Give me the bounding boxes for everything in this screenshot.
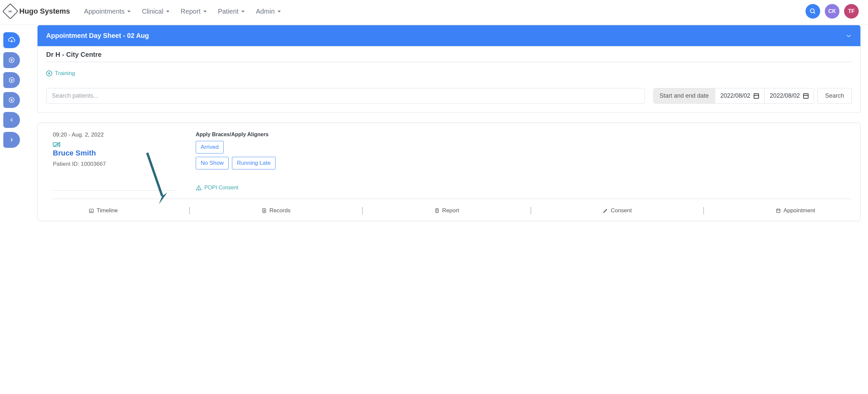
global-search-button[interactable] <box>806 4 820 19</box>
chevron-down-icon <box>241 11 245 12</box>
main: Appointment Day Sheet - 02 Aug Dr H - Ci… <box>23 25 868 229</box>
brand-logo-text: HS <box>9 10 12 12</box>
chevron-down-icon <box>166 11 169 12</box>
sidebar <box>0 25 23 229</box>
patient-search-input[interactable] <box>46 88 645 104</box>
start-date-value: 2022/08/02 <box>720 92 750 99</box>
day-sheet-body: Dr H - City Centre Training Start and en… <box>37 46 860 112</box>
patient-name-link[interactable]: Bruce Smith <box>53 149 176 158</box>
separator <box>189 207 190 214</box>
cloud-download-icon <box>8 37 15 44</box>
avatar-initials: TF <box>848 8 855 14</box>
nav-clinical[interactable]: Clinical <box>142 8 169 15</box>
date-range: Start and end date 2022/08/02 2022/08/02 <box>653 88 814 104</box>
sidebar-pill-download[interactable] <box>3 32 20 48</box>
footer-timeline[interactable]: Timeline <box>89 207 118 214</box>
training-link[interactable]: Training <box>46 70 852 77</box>
appointment-footer: Timeline Records Report <box>53 199 851 214</box>
footer-label: Appointment <box>784 207 815 214</box>
warning-icon <box>196 185 202 191</box>
appointment-card: 09:20 - Aug. 2, 2022 Bruce Smith Patient… <box>37 123 861 221</box>
appointment-top: 09:20 - Aug. 2, 2022 Bruce Smith Patient… <box>53 132 851 191</box>
status-no-show-button[interactable]: No Show <box>196 157 229 169</box>
day-sheet-card: Appointment Day Sheet - 02 Aug Dr H - Ci… <box>37 25 861 112</box>
video-off-icon <box>53 141 176 147</box>
chevron-down-icon <box>127 11 131 12</box>
avatar-initials: CK <box>828 8 836 14</box>
nav-appointments[interactable]: Appointments <box>84 8 131 15</box>
footer-label: Timeline <box>97 207 118 214</box>
appointment-patient-col: 09:20 - Aug. 2, 2022 Bruce Smith Patient… <box>53 132 176 191</box>
footer-label: Records <box>270 207 290 214</box>
filter-icon <box>8 57 15 63</box>
popi-label: POPI Consent <box>205 185 238 191</box>
sidebar-pill-filter-2[interactable] <box>3 72 20 88</box>
patient-id: Patient ID: 10003667 <box>53 161 176 167</box>
svg-point-0 <box>810 9 814 13</box>
play-icon <box>46 70 52 76</box>
nav-report[interactable]: Report <box>181 8 207 15</box>
sidebar-pill-prev[interactable] <box>3 112 20 128</box>
search-button[interactable]: Search <box>817 88 852 104</box>
brand[interactable]: HS Hugo Systems <box>5 6 84 17</box>
records-icon <box>261 208 267 213</box>
filter-icon <box>8 77 15 84</box>
popi-consent-link[interactable]: POPI Consent <box>196 185 851 191</box>
calendar-icon <box>754 93 759 99</box>
sidebar-pill-filter-1[interactable] <box>3 52 20 68</box>
footer-records[interactable]: Records <box>261 207 290 214</box>
chevron-down-icon <box>846 34 852 37</box>
nav-label: Patient <box>218 8 239 15</box>
footer-appointment[interactable]: Appointment <box>776 207 815 214</box>
footer-label: Report <box>442 207 459 214</box>
brand-name: Hugo Systems <box>19 7 70 15</box>
nav-links: Appointments Clinical Report Patient Adm… <box>84 8 281 15</box>
nav-label: Admin <box>256 8 275 15</box>
footer-report[interactable]: Report <box>434 207 459 214</box>
svg-point-12 <box>264 209 265 210</box>
status-arrived-button[interactable]: Arrived <box>196 141 224 154</box>
calendar-icon <box>776 208 781 213</box>
chevron-down-icon <box>204 11 207 12</box>
start-date-field[interactable]: 2022/08/02 <box>715 88 765 103</box>
end-date-value: 2022/08/02 <box>770 92 800 99</box>
sidebar-pill-next[interactable] <box>3 132 20 148</box>
appointment-time: 09:20 - Aug. 2, 2022 <box>53 132 176 138</box>
nav-admin[interactable]: Admin <box>256 8 281 15</box>
svg-line-1 <box>814 12 815 13</box>
layout: Appointment Day Sheet - 02 Aug Dr H - Ci… <box>0 25 868 229</box>
banner-title: Appointment Day Sheet - 02 Aug <box>46 32 149 39</box>
timeline-icon <box>89 208 94 213</box>
brand-logo-icon: HS <box>2 3 18 19</box>
avatar-tf[interactable]: TF <box>844 4 859 19</box>
pencil-icon <box>603 208 608 213</box>
avatar-ck[interactable]: CK <box>825 4 839 19</box>
status-running-late-button[interactable]: Running Late <box>232 157 276 169</box>
footer-consent[interactable]: Consent <box>603 207 632 214</box>
appointment-status-col: Apply Braces/Apply Aligners Arrived No S… <box>196 132 851 191</box>
separator <box>362 207 363 214</box>
svg-point-9 <box>198 189 199 190</box>
chevron-left-icon <box>9 117 14 123</box>
topbar: HS Hugo Systems Appointments Clinical Re… <box>0 0 868 25</box>
filter-icon <box>8 97 15 103</box>
nav-label: Report <box>181 8 201 15</box>
separator <box>531 207 531 214</box>
nav-label: Appointments <box>84 8 125 15</box>
training-label: Training <box>55 70 75 77</box>
chevron-right-icon <box>9 137 14 143</box>
chevron-down-icon <box>277 11 281 12</box>
date-range-label: Start and end date <box>654 88 715 103</box>
status-row-1: Arrived <box>196 141 851 154</box>
footer-label: Consent <box>611 207 632 214</box>
procedure-label: Apply Braces/Apply Aligners <box>196 132 851 137</box>
day-sheet-banner[interactable]: Appointment Day Sheet - 02 Aug <box>37 25 860 46</box>
nav-label: Clinical <box>142 8 163 15</box>
nav-patient[interactable]: Patient <box>218 8 245 15</box>
sidebar-pill-filter-3[interactable] <box>3 92 20 108</box>
practitioner-heading: Dr H - City Centre <box>46 51 852 62</box>
report-icon <box>434 208 440 213</box>
calendar-icon <box>803 93 808 99</box>
separator <box>704 207 704 214</box>
end-date-field[interactable]: 2022/08/02 <box>765 88 814 103</box>
